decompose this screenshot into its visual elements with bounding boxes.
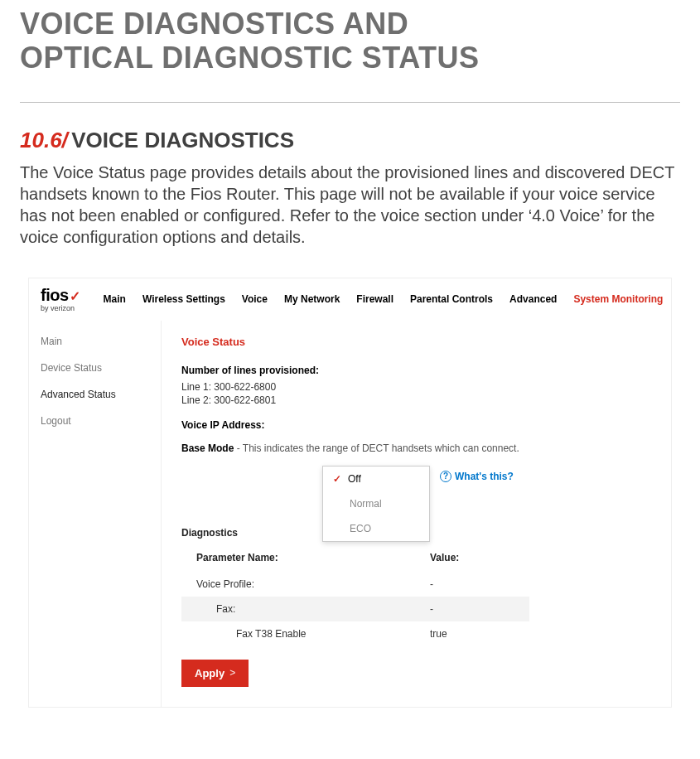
header-parameter: Parameter Name: bbox=[196, 552, 430, 563]
sidebar-item-device-status[interactable]: Device Status bbox=[41, 362, 161, 374]
dropdown-option-off[interactable]: ✓ Off bbox=[323, 467, 429, 491]
heading-line-1: VOICE DIAGNOSTICS AND bbox=[20, 7, 408, 41]
logo-brand: fios bbox=[41, 287, 69, 303]
dropdown-option-normal[interactable]: Normal bbox=[323, 491, 429, 516]
nav-my-network[interactable]: My Network bbox=[284, 293, 340, 305]
voice-ip-label: Voice IP Address: bbox=[181, 419, 651, 431]
top-nav: Main Wireless Settings Voice My Network … bbox=[99, 293, 664, 305]
diagnostics-table: Parameter Name: Value: Voice Profile: - … bbox=[181, 547, 529, 646]
check-icon: ✓ bbox=[333, 473, 341, 485]
apply-label: Apply bbox=[195, 667, 224, 679]
nav-parental-controls[interactable]: Parental Controls bbox=[410, 293, 493, 305]
logo-check-icon: ✓ bbox=[70, 290, 80, 303]
base-mode-label: Base Mode bbox=[181, 442, 234, 454]
divider bbox=[20, 102, 680, 103]
chevron-right-icon: > bbox=[229, 667, 235, 679]
dropdown-option-label: Normal bbox=[350, 498, 382, 510]
section-title: VOICE DIAGNOSTICS bbox=[71, 128, 294, 152]
sidebar-item-logout[interactable]: Logout bbox=[41, 415, 161, 427]
sidebar: Main Device Status Advanced Status Logou… bbox=[29, 321, 162, 707]
table-row: Voice Profile: - bbox=[181, 572, 529, 597]
cell-param: Fax: bbox=[196, 603, 430, 615]
router-admin-ui: fios ✓ by verizon Main Wireless Settings… bbox=[28, 278, 672, 708]
cell-param: Voice Profile: bbox=[196, 578, 430, 590]
logo-subtext: by verizon bbox=[41, 305, 80, 312]
base-mode-control-row: ✓ Off Normal ECO ? What's this? bbox=[181, 466, 651, 499]
content-title: Voice Status bbox=[181, 336, 651, 348]
page-heading: VOICE DIAGNOSTICS AND OPTICAL DIAGNOSTIC… bbox=[20, 0, 680, 75]
cell-value: true bbox=[430, 628, 529, 640]
nav-voice[interactable]: Voice bbox=[242, 293, 268, 305]
nav-firewall[interactable]: Firewall bbox=[356, 293, 393, 305]
logo: fios ✓ by verizon bbox=[41, 287, 80, 312]
sidebar-item-main[interactable]: Main bbox=[41, 336, 161, 347]
nav-wireless-settings[interactable]: Wireless Settings bbox=[142, 293, 225, 305]
dropdown-option-label: Off bbox=[348, 473, 361, 485]
table-row: Fax T38 Enable true bbox=[181, 621, 529, 646]
app-body: Main Device Status Advanced Status Logou… bbox=[29, 321, 671, 707]
cell-param: Fax T38 Enable bbox=[196, 628, 430, 640]
whats-this-label: What's this? bbox=[455, 471, 514, 482]
cell-value: - bbox=[430, 578, 529, 590]
heading-line-2: OPTICAL DIAGNOSTIC STATUS bbox=[20, 41, 480, 75]
lines-provisioned-label: Number of lines provisioned: bbox=[181, 365, 651, 376]
nav-advanced[interactable]: Advanced bbox=[509, 293, 557, 305]
base-mode-desc: - This indicates the range of DECT hands… bbox=[234, 442, 519, 454]
line-1: Line 1: 300-622-6800 bbox=[181, 381, 651, 393]
header-value: Value: bbox=[430, 552, 529, 563]
question-icon: ? bbox=[440, 471, 451, 482]
base-mode-dropdown[interactable]: ✓ Off Normal ECO bbox=[322, 466, 430, 542]
app-header: fios ✓ by verizon Main Wireless Settings… bbox=[29, 278, 671, 321]
nav-main[interactable]: Main bbox=[104, 293, 126, 305]
diagnostics-header-row: Parameter Name: Value: bbox=[181, 547, 529, 572]
apply-button[interactable]: Apply > bbox=[181, 660, 249, 687]
base-mode-row: Base Mode - This indicates the range of … bbox=[181, 442, 651, 454]
section-body: The Voice Status page provides details a… bbox=[20, 162, 680, 248]
section-heading: 10.6/ VOICE DIAGNOSTICS bbox=[20, 128, 680, 153]
table-row: Fax: - bbox=[181, 597, 529, 621]
section-number: 10.6/ bbox=[20, 128, 68, 152]
cell-value: - bbox=[430, 603, 529, 615]
dropdown-option-label: ECO bbox=[350, 523, 371, 534]
sidebar-item-advanced-status[interactable]: Advanced Status bbox=[41, 389, 161, 400]
provisioned-lines: Line 1: 300-622-6800 Line 2: 300-622-680… bbox=[181, 381, 651, 406]
dropdown-option-eco[interactable]: ECO bbox=[323, 516, 429, 541]
content-area: Voice Status Number of lines provisioned… bbox=[162, 321, 671, 707]
whats-this-link[interactable]: ? What's this? bbox=[440, 471, 514, 482]
nav-system-monitoring[interactable]: System Monitoring bbox=[573, 293, 663, 305]
line-2: Line 2: 300-622-6801 bbox=[181, 394, 651, 406]
